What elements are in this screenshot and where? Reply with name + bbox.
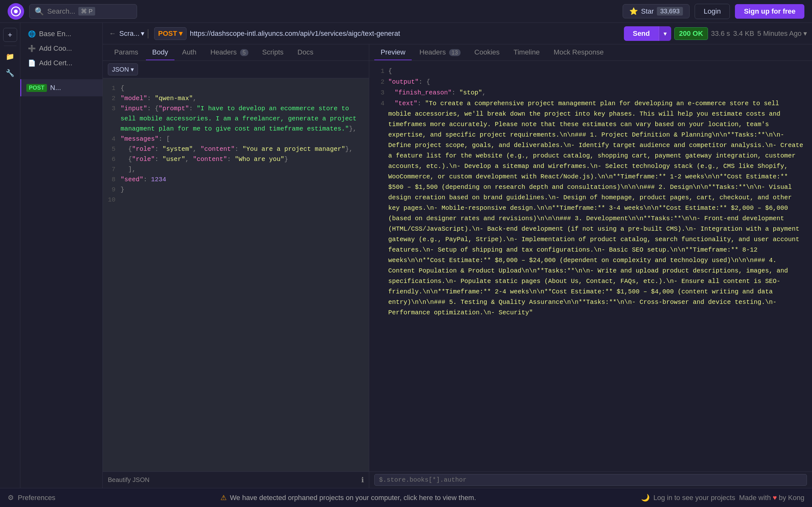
line-6: 6 {"role": "user", "content": "Who are y… <box>108 154 364 164</box>
status-bar: ⚙ Preferences ⚠ We have detected orphane… <box>0 488 812 507</box>
format-dropdown-icon: ▾ <box>131 66 134 73</box>
response-tabs-bar: Preview Headers 13 Cookies Timeline Mock… <box>369 44 812 61</box>
nav-item-base-env[interactable]: 🌐 Base En... <box>24 26 99 41</box>
topbar: 🔍 Search... ⌘ P ⭐ Star 33,693 Login Sign… <box>0 0 812 23</box>
method-label: POST <box>158 30 177 38</box>
search-icon: 🔍 <box>35 7 44 16</box>
sidebar-icon-2[interactable]: 🔧 <box>3 66 17 80</box>
line-3: 3 "input": {"prompt": "I have to develop… <box>108 104 364 134</box>
resp-line-3: 3 "finish_reason": "stop", <box>375 88 806 98</box>
svg-point-1 <box>14 9 18 13</box>
tab-cookies[interactable]: Cookies <box>468 45 506 60</box>
send-button[interactable]: Send <box>624 26 659 41</box>
status-left: ⚙ Preferences <box>8 494 55 502</box>
line-7: 7 ], <box>108 164 364 175</box>
line-8: 8 "seed": 1234 <box>108 175 364 185</box>
signup-button[interactable]: Sign up for free <box>735 4 804 19</box>
status-right: 🌙 Log in to see your projects Made with … <box>641 494 804 502</box>
request-method-badge: POST <box>26 84 47 92</box>
timestamp-chevron: ▾ <box>803 30 807 38</box>
base-env-icon: 🌐 <box>28 30 36 38</box>
status-center: ⚠ We have detected orphaned projects on … <box>61 494 636 502</box>
preferences-label[interactable]: Preferences <box>18 494 55 502</box>
beautify-label[interactable]: Beautify JSON <box>108 476 149 484</box>
heart-icon: ♥ <box>773 494 777 502</box>
request-item-name: N... <box>50 83 61 92</box>
search-shortcut: ⌘ P <box>78 7 95 15</box>
tab-docs[interactable]: Docs <box>291 45 320 60</box>
resp-line-2: 2 "output": { <box>375 77 806 88</box>
line-2: 2 "model": "qwen-max", <box>108 94 364 104</box>
editor-bottom-bar: Beautify JSON ℹ <box>103 471 369 488</box>
response-panel: Preview Headers 13 Cookies Timeline Mock… <box>369 44 812 488</box>
warning-message[interactable]: We have detected orphaned projects on yo… <box>230 494 476 502</box>
login-button[interactable]: Login <box>695 4 730 19</box>
method-select[interactable]: POST ▾ <box>154 27 187 40</box>
format-select[interactable]: JSON ▾ <box>108 63 138 75</box>
response-bottom-bar <box>369 471 812 488</box>
made-with: Made with ♥ by Kong <box>739 494 804 502</box>
content-area: ← Scra... ▾ │ POST ▾ Send ▾ 200 OK 33.6 … <box>103 23 812 488</box>
back-arrow[interactable]: ← <box>108 28 117 39</box>
search-placeholder: Search... <box>47 7 75 15</box>
left-panel: 🌐 Base En... ➕ Add Coo... 📄 Add Cert... … <box>20 23 103 488</box>
separator: │ <box>146 29 151 38</box>
nav-item-add-cookie[interactable]: ➕ Add Coo... <box>24 41 99 56</box>
tab-headers[interactable]: Headers 5 <box>204 45 254 60</box>
editor-toolbar: JSON ▾ <box>103 61 369 78</box>
add-cert-icon: 📄 <box>28 59 36 67</box>
code-editor[interactable]: 1 { 2 "model": "qwen-max", 3 "input": {"… <box>103 78 369 471</box>
tab-scripts[interactable]: Scripts <box>256 45 290 60</box>
request-item[interactable]: POST N... <box>20 79 102 96</box>
breadcrumb: Scra... ▾ <box>119 30 144 38</box>
main-layout: + 📁 🔧 🌐 Base En... ➕ Add Coo... 📄 Add Ce… <box>0 23 812 488</box>
line-1: 1 { <box>108 83 364 94</box>
star-button[interactable]: ⭐ Star 33,693 <box>623 4 690 18</box>
nav-item-add-cert[interactable]: 📄 Add Cert... <box>24 56 99 70</box>
editor-panel: Params Body Auth Headers 5 Scripts Docs … <box>103 44 369 488</box>
tab-mock-response[interactable]: Mock Response <box>547 45 610 60</box>
tab-preview[interactable]: Preview <box>374 45 412 60</box>
jsonpath-input[interactable] <box>374 474 807 486</box>
add-button[interactable]: + <box>3 28 17 42</box>
sidebar-icon-1[interactable]: 📁 <box>3 50 17 64</box>
line-10: 10 <box>108 195 364 205</box>
star-icon: ⭐ <box>629 7 638 15</box>
line-9: 9 } <box>108 185 364 195</box>
response-time: 33.6 s <box>711 30 730 38</box>
app-logo <box>8 3 24 20</box>
send-dropdown-button[interactable]: ▾ <box>659 26 671 41</box>
method-dropdown-icon: ▾ <box>179 30 183 38</box>
tab-response-headers[interactable]: Headers 13 <box>413 45 467 60</box>
line-5: 5 {"role": "system", "content": "You are… <box>108 144 364 154</box>
url-bar: ← Scra... ▾ │ POST ▾ Send ▾ 200 OK 33.6 … <box>103 23 812 44</box>
search-bar[interactable]: 🔍 Search... ⌘ P <box>29 4 137 19</box>
tab-timeline[interactable]: Timeline <box>507 45 546 60</box>
url-input[interactable] <box>190 30 620 38</box>
sidebar-divider <box>4 46 16 46</box>
resp-line-1: 1 { <box>375 66 806 77</box>
split-view: Params Body Auth Headers 5 Scripts Docs … <box>103 44 812 488</box>
timestamp: 5 Minutes Ago ▾ <box>757 30 807 38</box>
resp-line-4: 4 "text": "To create a comprehensive pro… <box>375 98 806 318</box>
gear-icon: ⚙ <box>8 494 14 502</box>
login-status[interactable]: Log in to see your projects <box>653 494 735 502</box>
tab-body[interactable]: Body <box>146 45 174 60</box>
theme-icon: 🌙 <box>641 494 650 502</box>
request-tabs-bar: Params Body Auth Headers 5 Scripts Docs <box>103 44 369 61</box>
status-badge: 200 OK <box>674 27 708 40</box>
response-content: 1 { 2 "output": { 3 "finish_reason": "st… <box>369 61 812 471</box>
send-btn-group: Send ▾ <box>624 26 671 41</box>
sidebar: + 📁 🔧 <box>0 23 20 488</box>
warning-icon: ⚠ <box>220 494 227 502</box>
response-size: 3.4 KB <box>733 30 754 38</box>
star-count: 33,693 <box>657 7 682 15</box>
tab-auth[interactable]: Auth <box>176 45 203 60</box>
breadcrumb-nav: ← Scra... ▾ │ <box>108 28 151 39</box>
add-cookie-icon: ➕ <box>28 45 36 52</box>
info-icon: ℹ <box>361 476 364 484</box>
tab-params[interactable]: Params <box>108 45 145 60</box>
line-4: 4 "messages": [ <box>108 134 364 144</box>
